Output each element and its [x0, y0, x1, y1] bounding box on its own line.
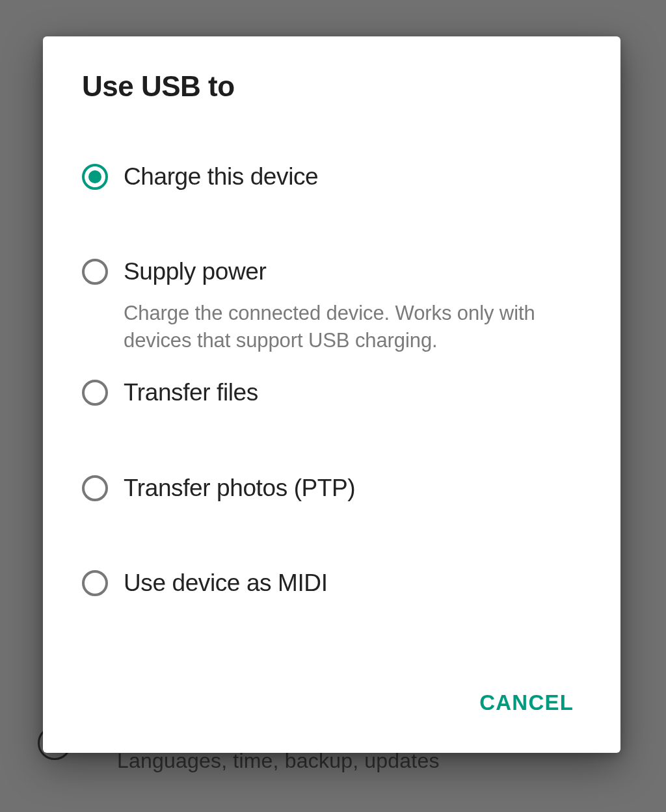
dialog-title: Use USB to — [82, 70, 581, 103]
usb-options-dialog: Use USB to Charge this device Supply pow… — [43, 36, 620, 753]
radio-label: Transfer files — [124, 378, 581, 407]
radio-option-midi[interactable]: Use device as MIDI — [82, 569, 581, 610]
radio-button-icon — [82, 475, 108, 501]
radio-button-icon — [82, 164, 108, 190]
usb-options-radio-group: Charge this device Supply power Charge t… — [82, 163, 581, 683]
radio-button-icon — [82, 380, 108, 406]
radio-option-supply-power[interactable]: Supply power Charge the connected device… — [82, 257, 581, 367]
radio-option-transfer-files[interactable]: Transfer files — [82, 378, 581, 420]
radio-label: Charge this device — [124, 163, 581, 191]
cancel-button[interactable]: CANCEL — [475, 683, 578, 723]
radio-button-icon — [82, 570, 108, 596]
radio-subtitle: Charge the connected device. Works only … — [124, 300, 581, 354]
dialog-actions: CANCEL — [82, 683, 581, 733]
radio-option-charge-this-device[interactable]: Charge this device — [82, 163, 581, 204]
radio-button-icon — [82, 259, 108, 285]
radio-label: Transfer photos (PTP) — [124, 474, 581, 503]
radio-label: Use device as MIDI — [124, 569, 581, 597]
radio-option-transfer-photos[interactable]: Transfer photos (PTP) — [82, 474, 581, 516]
radio-label: Supply power — [124, 257, 581, 286]
